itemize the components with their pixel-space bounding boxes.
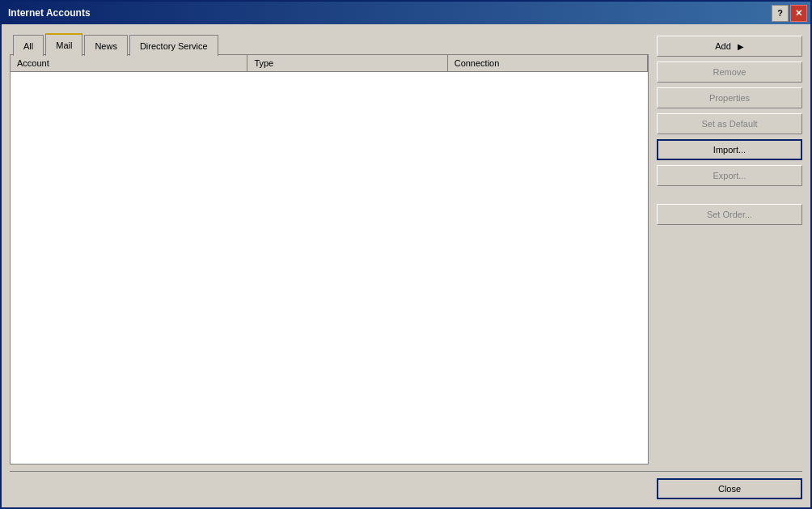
table-header: Account Type Connection xyxy=(11,55,648,72)
close-button[interactable]: Close xyxy=(657,478,802,499)
tab-mail[interactable]: Mail xyxy=(45,33,82,56)
export-button[interactable]: Export... xyxy=(657,165,802,186)
title-bar: Internet Accounts ? ✕ xyxy=(2,2,810,24)
set-order-button[interactable]: Set Order... xyxy=(657,204,802,225)
add-button[interactable]: Add ▶ xyxy=(657,36,802,57)
window-close-button[interactable]: ✕ xyxy=(790,5,807,22)
tab-directory-service[interactable]: Directory Service xyxy=(129,35,218,56)
window-body: All Mail News Directory Service Accou xyxy=(2,24,810,507)
tabs-area: All Mail News Directory Service Accou xyxy=(10,32,649,464)
tab-content: Account Type Connection xyxy=(10,54,649,464)
internet-accounts-dialog: Internet Accounts ? ✕ All Mail News xyxy=(0,0,812,509)
window-title: Internet Accounts xyxy=(5,7,91,19)
add-arrow-icon: ▶ xyxy=(738,42,744,51)
tab-all[interactable]: All xyxy=(13,35,44,56)
bottom-bar: Close xyxy=(10,471,802,499)
tab-news[interactable]: News xyxy=(84,35,128,56)
table-body xyxy=(11,72,648,458)
set-default-button[interactable]: Set as Default xyxy=(657,113,802,134)
properties-button[interactable]: Properties xyxy=(657,87,802,108)
tab-bar: All Mail News Directory Service xyxy=(10,32,649,55)
content-area: All Mail News Directory Service Accou xyxy=(10,32,802,464)
remove-button[interactable]: Remove xyxy=(657,62,802,83)
import-button[interactable]: Import... xyxy=(657,139,802,160)
help-button[interactable]: ? xyxy=(772,5,789,22)
action-buttons-area: Add ▶ Remove Properties Set as Default I… xyxy=(657,32,802,464)
column-account: Account xyxy=(11,55,247,71)
column-type: Type xyxy=(247,55,447,71)
title-bar-buttons: ? ✕ xyxy=(772,5,807,22)
column-connection: Connection xyxy=(448,55,648,71)
